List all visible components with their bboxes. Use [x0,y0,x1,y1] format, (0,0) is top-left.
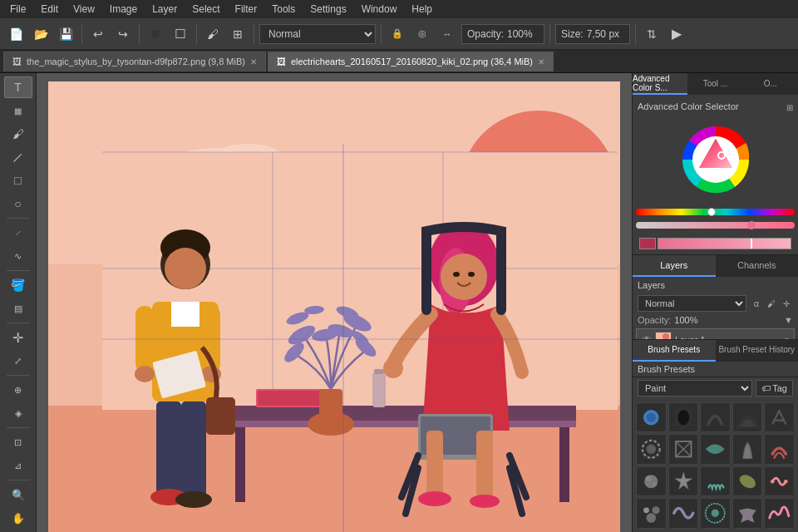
tool-sep-3 [7,323,30,323]
color-selector-expand[interactable]: ⊞ [786,103,793,112]
tool-rect[interactable]: □ [4,170,32,191]
brush-item-10[interactable] [764,434,795,465]
tool-pan[interactable]: ✋ [4,507,32,529]
menu-image[interactable]: Image [103,2,144,17]
opacity-expand-icon[interactable]: ▼ [784,315,793,325]
tool-fill[interactable]: 🪣 [4,274,32,296]
svg-rect-48 [181,401,206,501]
panel-tab-tool[interactable]: Tool ... [687,73,742,95]
open-button[interactable]: 📂 [30,23,52,45]
pattern-button[interactable]: ⊞ [227,23,249,45]
layer-opacity-value: 100% [674,315,781,325]
tab-close-1[interactable]: ✕ [538,57,544,66]
tool-text[interactable]: T [4,76,32,98]
layers-tab-layers[interactable]: Layers [633,255,716,277]
mirror-button[interactable]: ⇅ [641,23,663,45]
saturation-slider-row[interactable] [636,219,795,231]
menu-tools[interactable]: Tools [265,2,302,17]
brush-item-15[interactable] [764,466,795,497]
tab-1[interactable]: 🖼 electrichearts_20160517_20160820_kiki_… [268,52,554,71]
tool-transform[interactable]: ⤢ [4,350,32,372]
brush-item-1[interactable] [636,402,667,433]
brush-item-9[interactable] [732,434,763,465]
brush-item-18[interactable] [700,498,731,529]
brush-item-3[interactable] [700,402,731,433]
brush-type-select[interactable]: Paint Sketch Blend [638,380,752,397]
brush-history-tab[interactable]: Brush Preset History [716,340,799,362]
menu-window[interactable]: Window [355,2,404,17]
brush-item-2[interactable] [668,402,699,433]
save-button[interactable]: 💾 [55,23,76,45]
brush-item-7[interactable] [668,434,699,465]
brush-item-11[interactable] [636,466,667,497]
brush-preset-button[interactable]: 🖌 [202,23,224,45]
color-swatch-1[interactable] [639,238,656,249]
tab-icon-0: 🖼 [12,57,22,66]
menu-filter[interactable]: Filter [229,2,264,17]
flow-button[interactable]: ◎ [411,23,433,45]
panel-tab-other[interactable]: O... [743,73,798,95]
tool-crop[interactable]: ⊡ [4,431,32,453]
brush-item-19[interactable] [732,498,763,529]
opacity-lock-button[interactable]: 🔒 [387,23,408,45]
tool-smart-patch[interactable]: ◈ [4,402,32,424]
size-display: Size: 7,50 px [555,24,630,44]
hue-slider-row[interactable] [636,206,795,218]
menu-select[interactable]: Select [185,2,226,17]
brush-item-12[interactable] [668,466,699,497]
tool-move[interactable]: ✛ [4,327,32,348]
tool-zoom[interactable]: 🔍 [4,484,32,505]
blend-mode-select[interactable]: Normal Multiply Screen Overlay [259,24,376,44]
menu-help[interactable]: Help [405,2,439,17]
lock-alpha-icon[interactable]: α [750,297,763,310]
tool-measure[interactable]: ⊿ [4,455,32,476]
tool-ellipse[interactable]: ○ [4,193,32,214]
layer-opacity-row: Opacity: 100% ▼ [633,313,798,327]
canvas[interactable] [48,81,620,532]
background-color[interactable]: □ [170,23,191,45]
wrap-button[interactable]: ↔ [436,23,458,45]
brush-item-4[interactable] [732,402,763,433]
brush-presets-tab[interactable]: Brush Presets [633,340,716,362]
svg-point-88 [653,482,658,486]
new-button[interactable]: 📄 [5,23,27,45]
menu-file[interactable]: File [3,2,32,17]
tool-path[interactable]: ⟋ [4,222,32,244]
layer-blend-select[interactable]: Normal Multiply Screen [638,295,746,312]
menu-view[interactable]: View [66,2,101,17]
undo-button[interactable]: ↩ [87,23,109,45]
brush-item-13[interactable] [700,466,731,497]
menu-layer[interactable]: Layer [145,2,184,17]
brush-tag-button[interactable]: 🏷 Tag [756,380,793,397]
color-gradient-swatch[interactable] [658,238,791,249]
layer-item-0[interactable]: 👁 Layer 1 α [636,328,795,339]
tab-0[interactable]: 🖼 the_magic_stylus_by_tysontan-d9fp872.p… [3,52,266,71]
brush-item-6[interactable] [636,434,667,465]
lock-move-icon[interactable]: ✛ [780,297,793,310]
brush-item-5[interactable] [764,402,795,433]
tool-freehand[interactable]: ∿ [4,245,32,267]
color-wheel-container[interactable] [636,118,795,201]
menu-edit[interactable]: Edit [34,2,65,17]
tool-sep-6 [7,480,30,480]
redo-button[interactable]: ↪ [112,23,134,45]
tool-clone[interactable]: ⊕ [4,379,32,401]
brush-item-16[interactable] [636,498,667,529]
brush-item-14[interactable] [732,466,763,497]
play-button[interactable]: ▶ [666,23,687,45]
brush-item-17[interactable] [668,498,699,529]
opacity-label: Opacity: [467,28,504,40]
foreground-color[interactable]: ■ [145,23,166,45]
brush-item-8[interactable] [700,434,731,465]
panel-tab-color[interactable]: Advanced Color S... [633,73,687,95]
tool-sep-1 [7,218,30,219]
tool-select[interactable]: ▦ [4,100,32,121]
layers-tab-channels[interactable]: Channels [716,255,799,277]
lock-paint-icon[interactable]: 🖌 [765,297,778,310]
layer-thumbnail [655,332,672,339]
tool-gradient[interactable]: ▤ [4,298,32,319]
canvas-area[interactable] [37,73,632,532]
menu-settings[interactable]: Settings [303,2,352,17]
tab-close-0[interactable]: ✕ [250,57,257,66]
brush-item-20[interactable] [764,498,795,529]
